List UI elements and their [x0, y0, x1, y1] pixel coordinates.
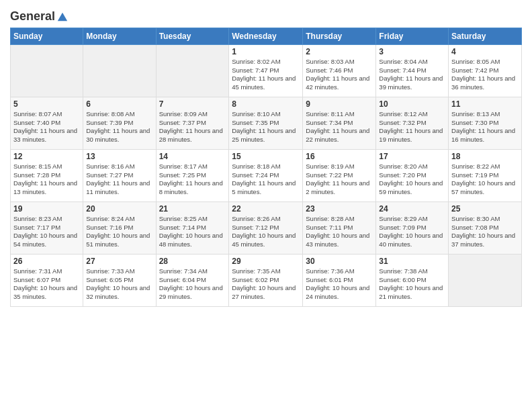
week-row-2: 12Sunrise: 8:15 AM Sunset: 7:28 PM Dayli… — [11, 149, 522, 201]
day-header-wednesday: Wednesday — [229, 28, 303, 44]
page-header: General — [10, 7, 522, 22]
logo: General — [10, 10, 69, 22]
day-info: Sunrise: 7:35 AM Sunset: 6:02 PM Dayligh… — [232, 267, 300, 302]
day-cell: 24Sunrise: 8:29 AM Sunset: 7:09 PM Dayli… — [376, 201, 449, 254]
day-cell: 17Sunrise: 8:20 AM Sunset: 7:20 PM Dayli… — [376, 149, 449, 201]
day-cell: 28Sunrise: 7:34 AM Sunset: 6:04 PM Dayli… — [156, 254, 229, 306]
day-info: Sunrise: 8:05 AM Sunset: 7:42 PM Dayligh… — [451, 58, 519, 92]
day-cell: 8Sunrise: 8:10 AM Sunset: 7:35 PM Daylig… — [229, 97, 303, 149]
day-number: 13 — [86, 152, 152, 161]
day-info: Sunrise: 8:25 AM Sunset: 7:14 PM Dayligh… — [159, 215, 226, 249]
day-info: Sunrise: 8:16 AM Sunset: 7:27 PM Dayligh… — [86, 163, 152, 197]
day-number: 7 — [159, 99, 226, 109]
day-info: Sunrise: 8:08 AM Sunset: 7:39 PM Dayligh… — [86, 110, 152, 144]
day-info: Sunrise: 7:31 AM Sunset: 6:07 PM Dayligh… — [13, 267, 80, 302]
day-number: 16 — [306, 152, 373, 161]
day-header-saturday: Saturday — [449, 28, 522, 44]
day-number: 29 — [232, 257, 300, 266]
day-info: Sunrise: 8:10 AM Sunset: 7:35 PM Dayligh… — [232, 110, 300, 144]
day-number: 24 — [379, 204, 445, 214]
day-number: 26 — [13, 257, 80, 266]
calendar-header-row: SundayMondayTuesdayWednesdayThursdayFrid… — [11, 28, 522, 44]
day-cell: 30Sunrise: 7:36 AM Sunset: 6:01 PM Dayli… — [303, 254, 376, 306]
day-cell: 26Sunrise: 7:31 AM Sunset: 6:07 PM Dayli… — [11, 254, 83, 306]
day-cell: 16Sunrise: 8:19 AM Sunset: 7:22 PM Dayli… — [303, 149, 376, 201]
day-cell — [156, 44, 229, 97]
day-number: 14 — [159, 152, 226, 161]
day-number: 27 — [86, 257, 152, 266]
day-cell: 19Sunrise: 8:23 AM Sunset: 7:17 PM Dayli… — [11, 201, 83, 254]
day-info: Sunrise: 8:24 AM Sunset: 7:16 PM Dayligh… — [86, 215, 152, 249]
day-cell: 14Sunrise: 8:17 AM Sunset: 7:25 PM Dayli… — [156, 149, 229, 201]
day-cell: 12Sunrise: 8:15 AM Sunset: 7:28 PM Dayli… — [11, 149, 83, 201]
day-number: 4 — [451, 47, 519, 56]
day-info: Sunrise: 8:19 AM Sunset: 7:22 PM Dayligh… — [306, 163, 373, 197]
day-cell: 3Sunrise: 8:04 AM Sunset: 7:44 PM Daylig… — [376, 44, 449, 97]
day-number: 2 — [306, 47, 373, 56]
day-info: Sunrise: 8:17 AM Sunset: 7:25 PM Dayligh… — [159, 163, 226, 197]
day-number: 1 — [232, 47, 300, 56]
day-number: 18 — [451, 152, 519, 161]
day-info: Sunrise: 8:04 AM Sunset: 7:44 PM Dayligh… — [379, 58, 445, 92]
day-cell: 1Sunrise: 8:02 AM Sunset: 7:47 PM Daylig… — [229, 44, 303, 97]
day-number: 17 — [379, 152, 445, 161]
day-cell: 15Sunrise: 8:18 AM Sunset: 7:24 PM Dayli… — [229, 149, 303, 201]
day-number: 11 — [451, 99, 519, 109]
day-number: 6 — [86, 99, 152, 109]
calendar-table: SundayMondayTuesdayWednesdayThursdayFrid… — [10, 28, 522, 307]
page-container: General SundayMondayTuesdayWednesdayThur… — [0, 0, 532, 314]
day-cell: 29Sunrise: 7:35 AM Sunset: 6:02 PM Dayli… — [229, 254, 303, 306]
day-cell: 22Sunrise: 8:26 AM Sunset: 7:12 PM Dayli… — [229, 201, 303, 254]
day-number: 20 — [86, 204, 152, 214]
day-info: Sunrise: 8:09 AM Sunset: 7:37 PM Dayligh… — [159, 110, 226, 144]
day-info: Sunrise: 8:29 AM Sunset: 7:09 PM Dayligh… — [379, 215, 445, 249]
day-number: 15 — [232, 152, 300, 161]
day-cell: 4Sunrise: 8:05 AM Sunset: 7:42 PM Daylig… — [449, 44, 522, 97]
day-cell: 6Sunrise: 8:08 AM Sunset: 7:39 PM Daylig… — [83, 97, 156, 149]
day-cell: 27Sunrise: 7:33 AM Sunset: 6:05 PM Dayli… — [83, 254, 156, 306]
logo-icon — [56, 11, 69, 23]
day-info: Sunrise: 8:30 AM Sunset: 7:08 PM Dayligh… — [451, 215, 519, 249]
day-header-monday: Monday — [83, 28, 156, 44]
day-cell: 21Sunrise: 8:25 AM Sunset: 7:14 PM Dayli… — [156, 201, 229, 254]
day-cell: 9Sunrise: 8:11 AM Sunset: 7:34 PM Daylig… — [303, 97, 376, 149]
day-number: 10 — [379, 99, 445, 109]
day-info: Sunrise: 7:34 AM Sunset: 6:04 PM Dayligh… — [159, 267, 226, 302]
week-row-4: 26Sunrise: 7:31 AM Sunset: 6:07 PM Dayli… — [11, 254, 522, 306]
day-number: 3 — [379, 47, 445, 56]
day-info: Sunrise: 8:11 AM Sunset: 7:34 PM Dayligh… — [306, 110, 373, 144]
day-cell: 20Sunrise: 8:24 AM Sunset: 7:16 PM Dayli… — [83, 201, 156, 254]
day-number: 23 — [306, 204, 373, 214]
day-number: 31 — [379, 257, 445, 266]
day-header-friday: Friday — [376, 28, 449, 44]
day-cell: 18Sunrise: 8:22 AM Sunset: 7:19 PM Dayli… — [449, 149, 522, 201]
day-cell — [449, 254, 522, 306]
day-info: Sunrise: 7:33 AM Sunset: 6:05 PM Dayligh… — [86, 267, 152, 302]
svg-marker-0 — [58, 13, 67, 21]
day-cell: 2Sunrise: 8:03 AM Sunset: 7:46 PM Daylig… — [303, 44, 376, 97]
day-number: 28 — [159, 257, 226, 266]
day-cell: 10Sunrise: 8:12 AM Sunset: 7:32 PM Dayli… — [376, 97, 449, 149]
day-cell — [11, 44, 83, 97]
day-number: 30 — [306, 257, 373, 266]
day-cell: 13Sunrise: 8:16 AM Sunset: 7:27 PM Dayli… — [83, 149, 156, 201]
day-number: 19 — [13, 204, 80, 214]
day-number: 12 — [13, 152, 80, 161]
day-number: 22 — [232, 204, 300, 214]
day-number: 5 — [13, 99, 80, 109]
day-number: 9 — [306, 99, 373, 109]
day-cell: 7Sunrise: 8:09 AM Sunset: 7:37 PM Daylig… — [156, 97, 229, 149]
day-info: Sunrise: 8:26 AM Sunset: 7:12 PM Dayligh… — [232, 215, 300, 249]
day-info: Sunrise: 8:02 AM Sunset: 7:47 PM Dayligh… — [232, 58, 300, 92]
day-info: Sunrise: 8:15 AM Sunset: 7:28 PM Dayligh… — [13, 163, 80, 197]
day-number: 21 — [159, 204, 226, 214]
day-info: Sunrise: 8:03 AM Sunset: 7:46 PM Dayligh… — [306, 58, 373, 92]
day-info: Sunrise: 8:12 AM Sunset: 7:32 PM Dayligh… — [379, 110, 445, 144]
day-number: 8 — [232, 99, 300, 109]
day-info: Sunrise: 8:20 AM Sunset: 7:20 PM Dayligh… — [379, 163, 445, 197]
day-number: 25 — [451, 204, 519, 214]
day-cell — [83, 44, 156, 97]
day-info: Sunrise: 8:22 AM Sunset: 7:19 PM Dayligh… — [451, 163, 519, 197]
day-info: Sunrise: 8:13 AM Sunset: 7:30 PM Dayligh… — [451, 110, 519, 144]
day-info: Sunrise: 8:23 AM Sunset: 7:17 PM Dayligh… — [13, 215, 80, 249]
